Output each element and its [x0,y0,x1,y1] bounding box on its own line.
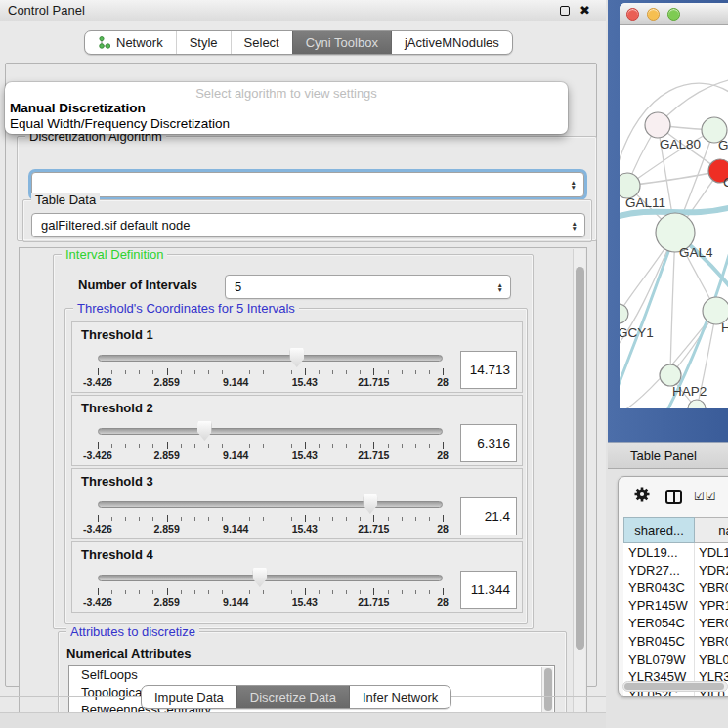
column-header-shared-name[interactable]: shared... [623,517,695,543]
select-columns-icon[interactable]: ☑☑ [694,490,717,503]
attributes-list-scrollbar[interactable] [541,667,553,715]
slider-tick [222,590,223,594]
slider-tick [429,444,430,448]
slider-track[interactable] [98,501,443,508]
cell-name[interactable]: YDL1 [695,543,728,561]
tab-cyni-toolbox[interactable]: Cyni Toolbox [292,31,391,54]
cell-name[interactable]: YBR0 [695,632,728,650]
slider-scale-label: -3.426 [83,596,112,608]
network-icon [98,36,110,49]
slider-tick [388,517,389,521]
slider-tick [181,590,182,594]
network-canvas[interactable]: GAL80GCGAL11GAL4GCY1HHAP2 [620,25,728,408]
option-equal-width-frequency[interactable]: Equal Width/Frequency Discretization [10,116,230,131]
settings-scroll-panel: Interval Definition Number of Intervals … [19,247,587,715]
slider-tick [305,442,306,449]
slider-tick [208,370,209,374]
slider-tick [98,442,99,449]
slider-thumb[interactable] [252,568,267,587]
zoom-traffic-light[interactable] [667,8,680,21]
slider-tick [319,370,320,374]
tab-style[interactable]: Style [176,31,231,54]
table-row[interactable]: YPR145W YPR1 [623,597,728,615]
cell-name[interactable]: YPR1 [695,597,728,615]
algorithm-combobox[interactable]: ▲▼ [31,172,584,197]
tab-jactivemnodules[interactable]: jActiveMNodules [391,31,512,54]
slider-tick [152,517,153,521]
cell-shared-name[interactable]: YDL19... [623,543,695,561]
threshold-slider[interactable]: -3.4262.8599.14415.4321.71528 [98,322,443,394]
threshold-value-field[interactable]: 6.316 [460,424,517,462]
split-columns-icon[interactable] [665,490,682,504]
tab-infer-network[interactable]: Infer Network [349,686,450,708]
table-row[interactable]: YBR045C YBR0 [623,632,728,650]
slider-tick [373,515,374,522]
slider-tick [319,590,320,594]
option-manual-discretization[interactable]: Manual Discretization [10,101,146,115]
slider-track[interactable] [98,428,443,435]
cell-name[interactable]: YBR0 [695,578,728,596]
interval-definition-group: Interval Definition Number of Intervals … [53,254,534,629]
table-data-combobox[interactable]: galFiltered.sif default node ▲▼ [31,213,585,237]
slider-thumb[interactable] [289,348,304,367]
slider-track[interactable] [98,575,443,581]
table-row[interactable]: YBR043C YBR0 [623,578,728,596]
cyni-mode-tabs: Impute Data Discretize Data Infer Networ… [141,685,451,709]
cell-name[interactable]: YER0 [695,615,728,632]
table-row[interactable]: YDR27... YDR2 [623,561,728,578]
settings-panel-scrollbar[interactable] [573,249,585,713]
cell-shared-name[interactable]: YPR145W [623,597,695,615]
cell-shared-name[interactable]: YER054C [623,615,695,632]
threshold-rows: Threshold 1 -3.4262.8599.14415.4321.7152… [71,321,523,615]
cell-name[interactable]: YDR2 [695,561,728,578]
slider-scale-label: 15.43 [292,523,318,535]
network-node[interactable] [645,112,670,138]
threshold-value-field[interactable]: 11.344 [460,571,517,609]
cell-name[interactable]: YBL0 [695,650,728,667]
network-window-titlebar [620,3,728,25]
tab-discretize-data[interactable]: Discretize Data [236,686,349,708]
cell-shared-name[interactable]: YBR043C [623,578,695,596]
tab-select[interactable]: Select [231,31,292,54]
tab-jactivemnodules-label: jActiveMNodules [405,35,499,50]
float-window-icon[interactable] [560,6,570,16]
threshold-slider[interactable]: -3.4262.8599.14415.4321.71528 [98,396,443,467]
slider-tick [263,590,264,594]
threshold-slider[interactable]: -3.4262.8599.14415.4321.71528 [98,469,443,540]
tab-impute-data[interactable]: Impute Data [142,686,236,708]
slider-tick [402,517,403,521]
slider-tick [415,517,416,521]
slider-track[interactable] [98,355,443,362]
cell-shared-name[interactable]: YDR27... [623,561,695,578]
window-title: Control Panel [0,3,85,18]
close-traffic-light[interactable] [626,8,639,21]
network-node[interactable] [660,364,681,386]
table-row[interactable]: YBL079W YBL0 [623,650,728,667]
cell-shared-name[interactable]: YBL079W [623,650,695,667]
control-panel-window: Control Panel ✖ Network Style Select Cyn… [0,0,606,728]
threshold-value-field[interactable]: 14.713 [460,351,517,389]
cell-shared-name[interactable]: YBR045C [623,632,695,650]
attribute-list-item[interactable]: SelfLoops [69,666,554,684]
network-node-label: HAP2 [672,384,707,399]
slider-tick [249,590,250,594]
threshold-slider[interactable]: -3.4262.8599.14415.4321.71528 [98,542,443,614]
slider-thumb[interactable] [363,494,377,514]
number-of-intervals-combobox[interactable]: 5 ▲▼ [225,275,511,299]
table-row[interactable]: YDL19... YDL1 [623,543,728,561]
slider-scale-label: 9.144 [223,450,248,461]
table-horizontal-scrollbar[interactable] [622,681,728,692]
slider-tick [152,370,153,374]
slider-tick [249,517,250,521]
threshold-value-field[interactable]: 21.4 [460,497,517,535]
tab-network[interactable]: Network [85,31,176,54]
minimize-traffic-light[interactable] [647,8,660,21]
table-row[interactable]: YER054C YER0 [623,615,728,632]
column-header-name[interactable]: na [695,517,728,543]
network-node[interactable] [620,304,628,323]
slider-thumb[interactable] [197,421,212,441]
threshold-row: Threshold 1 -3.4262.8599.14415.4321.7152… [71,321,523,393]
gear-icon[interactable] [633,486,651,507]
slider-tick [373,442,374,449]
close-icon[interactable]: ✖ [579,6,590,16]
